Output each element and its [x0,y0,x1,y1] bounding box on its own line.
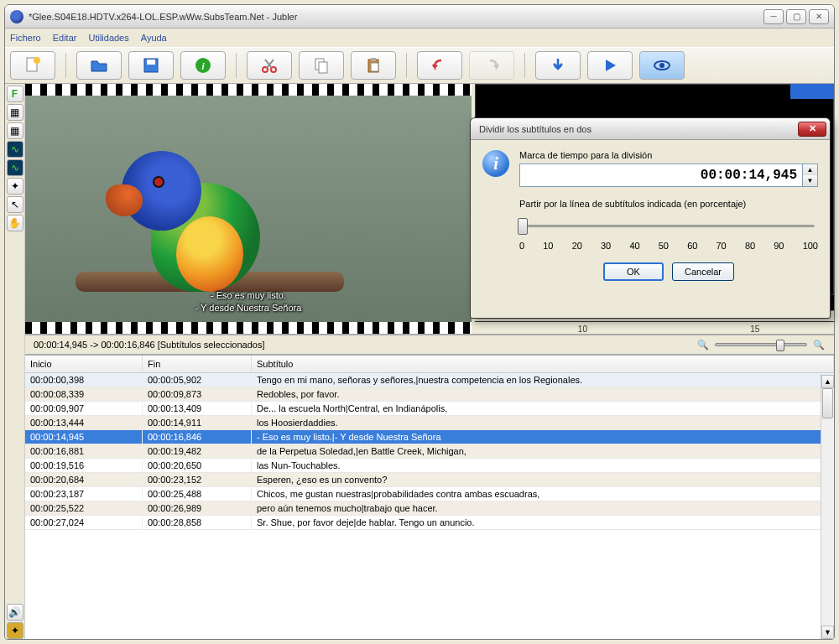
table-row[interactable]: 00:00:09,90700:00:13,409De... la escuela… [25,402,834,416]
tool-wave2-icon[interactable]: ∿ [7,159,23,176]
side-toolbar: F ▦ ▦ ∿ ∿ ✦ ↖ ✋ 🔊 ✦ [5,84,25,639]
table-row[interactable]: 00:00:16,88100:00:19,482de la Perpetua S… [25,444,834,459]
filter-icon[interactable]: F [7,86,23,102]
tool-wave-icon[interactable]: ∿ [7,141,23,158]
table-cell: 00:00:14,945 [25,430,143,444]
svg-point-16 [659,63,664,68]
percent-slider[interactable] [523,221,815,232]
time-label: Marca de tiempo para la división [519,150,818,160]
table-cell: Esperen, ¿eso es un convento? [252,473,834,486]
copy-button[interactable] [299,51,344,80]
paste-button[interactable] [351,51,396,80]
menu-edit[interactable]: Editar [53,33,77,43]
cancel-button[interactable]: Cancelar [672,262,734,281]
svg-rect-14 [371,63,378,71]
tool-wand-icon[interactable]: ✦ [7,178,23,195]
time-input[interactable] [519,164,803,187]
table-cell: Redobles, por favor. [252,387,834,401]
menu-file[interactable]: Fichero [10,33,41,43]
table-cell: 00:00:05,902 [143,373,252,387]
tool-pointer-icon[interactable]: ↖ [7,196,23,213]
tool-sparkle-icon[interactable]: ✦ [7,622,23,639]
table-row[interactable]: 00:00:14,94500:00:16,846- Eso es muy lis… [25,430,834,444]
table-cell: Tengo en mi mano, señoras y señores,|nue… [252,373,834,387]
table-body: 00:00:00,39800:00:05,902Tengo en mi mano… [25,373,834,639]
table-cell: 00:00:25,488 [143,487,252,501]
table-row[interactable]: 00:00:13,44400:00:14,911los Hoosierdaddi… [25,416,834,430]
table-cell: 00:00:09,907 [25,402,143,415]
table-cell: 00:00:23,152 [143,473,252,486]
dialog-close-button[interactable]: ✕ [798,122,826,137]
table-cell: pero aún tenemos mucho|trabajo que hacer… [252,501,834,515]
maximize-button[interactable]: ▢ [786,9,806,24]
new-button[interactable] [10,51,55,80]
table-cell: 00:00:25,522 [25,501,143,515]
info-button[interactable]: i [180,51,226,80]
spinner-up-icon[interactable]: ▲ [803,164,817,175]
scroll-down-icon[interactable]: ▼ [821,626,834,639]
table-cell: los Hoosierdaddies. [252,416,834,429]
table-header: Inicio Fin Subtítulo [25,356,834,373]
menu-help[interactable]: Ayuda [141,33,167,43]
table-cell: Sr. Shue, por favor deje|de hablar. Teng… [252,516,834,529]
download-button[interactable] [535,51,581,80]
status-text: 00:00:14,945 -> 00:00:16,846 [Subtítulos… [34,340,265,350]
svg-point-1 [34,57,40,64]
dialog-title: Dividir los subtítulos en dos [479,124,798,134]
table-cell: Chicos, me gustan nuestras|probabilidade… [252,487,834,501]
tool-sound-icon[interactable]: 🔊 [7,604,23,621]
col-text-header[interactable]: Subtítulo [252,356,834,372]
table-cell: 00:00:26,989 [143,501,252,515]
table-cell: 00:00:16,846 [143,430,252,444]
tool-hand-icon[interactable]: ✋ [7,215,23,231]
table-row[interactable]: 00:00:27,02400:00:28,858Sr. Shue, por fa… [25,516,834,530]
table-row[interactable]: 00:00:23,18700:00:25,488Chicos, me gusta… [25,487,834,501]
cut-button[interactable] [247,51,292,80]
table-cell: 00:00:19,482 [143,444,252,458]
redo-button[interactable] [469,51,514,80]
save-button[interactable] [128,51,174,80]
minimize-button[interactable]: ─ [763,9,784,24]
zoom-out-icon[interactable]: 🔍 [696,338,710,351]
table-cell: De... la escuela North|Central, en India… [252,402,834,415]
video-preview: - Eso es muy listo. - Y desde Nuestra Se… [25,84,472,334]
subtitle-line: - Y desde Nuestra Señora [195,302,302,314]
table-row[interactable]: 00:00:20,68400:00:23,152Esperen, ¿eso es… [25,473,834,487]
table-cell: 00:00:13,444 [25,416,143,429]
open-button[interactable] [76,51,122,80]
zoom-slider[interactable] [715,343,807,346]
zoom-in-icon[interactable]: 🔍 [812,338,826,351]
tool-image-icon[interactable]: ▦ [7,104,23,121]
table-cell: 00:00:23,187 [25,487,143,501]
tool-photo-icon[interactable]: ▦ [7,122,23,139]
preview-button[interactable] [639,51,685,80]
play-button[interactable] [587,51,633,80]
col-end-header[interactable]: Fin [143,356,252,372]
slider-ticks: 0102030405060708090100 [519,241,818,251]
table-row[interactable]: 00:00:00,39800:00:05,902Tengo en mi mano… [25,373,834,387]
scroll-up-icon[interactable]: ▲ [821,375,834,388]
table-row[interactable]: 00:00:19,51600:00:20,650las Nun-Touchabl… [25,459,834,473]
spinner-down-icon[interactable]: ▼ [803,175,817,186]
close-button[interactable]: ✕ [809,9,829,24]
table-cell: 00:00:20,650 [143,459,252,472]
menu-utilities[interactable]: Utilidades [88,33,128,43]
info-icon: i [482,150,509,177]
table-row[interactable]: 00:00:08,33900:00:09,873Redobles, por fa… [25,387,834,402]
subtitle-line: - Eso es muy listo. [195,289,302,301]
table-cell: 00:00:08,339 [25,387,143,401]
undo-button[interactable] [417,51,462,80]
table-cell: 00:00:09,873 [143,387,252,401]
table-cell: 00:00:16,881 [25,444,143,458]
scrollbar[interactable]: ▲ ▼ [821,375,834,639]
table-row[interactable]: 00:00:25,52200:00:26,989pero aún tenemos… [25,501,834,516]
table-cell: 00:00:00,398 [25,373,143,387]
table-cell: 00:00:28,858 [143,516,252,529]
dialog-titlebar: Dividir los subtítulos en dos ✕ [471,118,830,140]
toolbar: i [5,47,834,84]
main-window: *Glee.S04E18.HDTV.x264-LOL.ESP.wWw.SubsT… [4,4,835,640]
table-cell: 00:00:27,024 [25,516,143,529]
col-start-header[interactable]: Inicio [25,356,143,372]
ok-button[interactable]: OK [603,262,664,281]
subtitle-overlay: - Eso es muy listo. - Y desde Nuestra Se… [195,289,302,314]
